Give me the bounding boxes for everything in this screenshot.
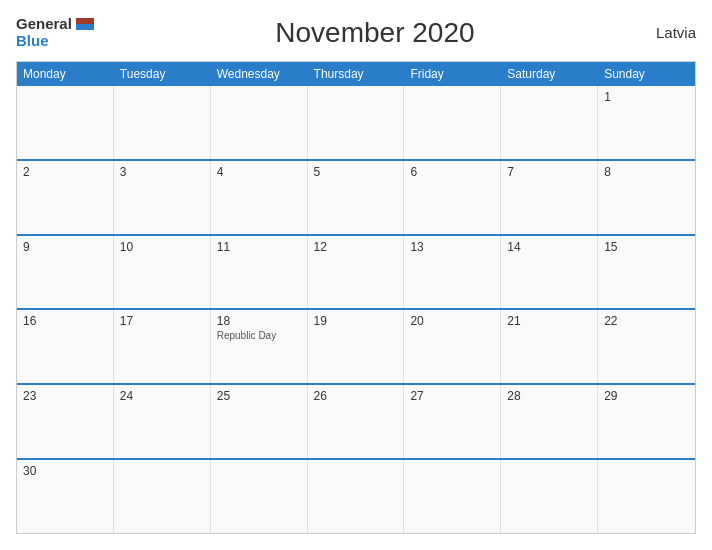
day-number: 6: [410, 165, 494, 179]
day-cell: [211, 460, 308, 533]
logo-blue-text: Blue: [16, 33, 94, 50]
day-cell: 2: [17, 161, 114, 234]
day-cell: 9: [17, 236, 114, 309]
day-number: 7: [507, 165, 591, 179]
day-cell: 27: [404, 385, 501, 458]
day-number: 19: [314, 314, 398, 328]
calendar: MondayTuesdayWednesdayThursdayFridaySatu…: [16, 61, 696, 534]
day-cell: 11: [211, 236, 308, 309]
day-number: 1: [604, 90, 689, 104]
day-number: 25: [217, 389, 301, 403]
day-cell: [308, 86, 405, 159]
day-number: 8: [604, 165, 689, 179]
day-number: 10: [120, 240, 204, 254]
day-cell: 19: [308, 310, 405, 383]
day-header-saturday: Saturday: [501, 62, 598, 86]
country-label: Latvia: [656, 24, 696, 41]
day-cell: [17, 86, 114, 159]
day-number: 5: [314, 165, 398, 179]
day-cell: 23: [17, 385, 114, 458]
day-cell: 15: [598, 236, 695, 309]
day-cell: [308, 460, 405, 533]
day-number: 27: [410, 389, 494, 403]
day-cell: 12: [308, 236, 405, 309]
day-cell: [598, 460, 695, 533]
week-row-1: 2345678: [17, 159, 695, 234]
day-cell: 25: [211, 385, 308, 458]
day-cell: 13: [404, 236, 501, 309]
week-row-5: 30: [17, 458, 695, 533]
day-header-friday: Friday: [404, 62, 501, 86]
day-cell: 24: [114, 385, 211, 458]
weeks-container: 123456789101112131415161718Republic Day1…: [17, 86, 695, 533]
logo: General Blue: [16, 16, 94, 49]
day-cell: 20: [404, 310, 501, 383]
calendar-title: November 2020: [94, 17, 656, 49]
day-number: 17: [120, 314, 204, 328]
day-number: 15: [604, 240, 689, 254]
week-row-3: 161718Republic Day19202122: [17, 308, 695, 383]
day-header-wednesday: Wednesday: [211, 62, 308, 86]
day-cell: 17: [114, 310, 211, 383]
day-number: 18: [217, 314, 301, 328]
day-number: 2: [23, 165, 107, 179]
day-number: 23: [23, 389, 107, 403]
day-cell: 4: [211, 161, 308, 234]
day-number: 13: [410, 240, 494, 254]
day-number: 16: [23, 314, 107, 328]
day-cell: 3: [114, 161, 211, 234]
svg-rect-0: [76, 18, 94, 24]
day-number: 28: [507, 389, 591, 403]
day-cell: 16: [17, 310, 114, 383]
day-number: 9: [23, 240, 107, 254]
day-number: 12: [314, 240, 398, 254]
day-cell: 6: [404, 161, 501, 234]
day-cell: [404, 460, 501, 533]
logo-general-text: General: [16, 16, 72, 33]
logo-flag-icon: [76, 18, 94, 30]
day-cell: [501, 460, 598, 533]
days-header: MondayTuesdayWednesdayThursdayFridaySatu…: [17, 62, 695, 86]
day-cell: 1: [598, 86, 695, 159]
day-number: 24: [120, 389, 204, 403]
page-header: General Blue November 2020 Latvia: [16, 16, 696, 49]
day-number: 29: [604, 389, 689, 403]
day-cell: [114, 460, 211, 533]
day-number: 22: [604, 314, 689, 328]
day-number: 30: [23, 464, 107, 478]
day-header-tuesday: Tuesday: [114, 62, 211, 86]
day-cell: 7: [501, 161, 598, 234]
week-row-0: 1: [17, 86, 695, 159]
day-header-thursday: Thursday: [308, 62, 405, 86]
day-number: 26: [314, 389, 398, 403]
day-cell: [404, 86, 501, 159]
day-cell: 14: [501, 236, 598, 309]
day-cell: [211, 86, 308, 159]
day-number: 20: [410, 314, 494, 328]
day-cell: 8: [598, 161, 695, 234]
day-cell: 28: [501, 385, 598, 458]
day-cell: 29: [598, 385, 695, 458]
day-header-sunday: Sunday: [598, 62, 695, 86]
day-number: 4: [217, 165, 301, 179]
day-cell: 21: [501, 310, 598, 383]
week-row-4: 23242526272829: [17, 383, 695, 458]
day-cell: 18Republic Day: [211, 310, 308, 383]
day-number: 3: [120, 165, 204, 179]
week-row-2: 9101112131415: [17, 234, 695, 309]
day-cell: 26: [308, 385, 405, 458]
day-number: 21: [507, 314, 591, 328]
day-number: 14: [507, 240, 591, 254]
day-header-monday: Monday: [17, 62, 114, 86]
event-label: Republic Day: [217, 330, 301, 341]
day-cell: 22: [598, 310, 695, 383]
day-cell: [114, 86, 211, 159]
day-cell: 5: [308, 161, 405, 234]
day-cell: 10: [114, 236, 211, 309]
day-cell: [501, 86, 598, 159]
day-number: 11: [217, 240, 301, 254]
day-cell: 30: [17, 460, 114, 533]
svg-rect-1: [76, 24, 94, 30]
